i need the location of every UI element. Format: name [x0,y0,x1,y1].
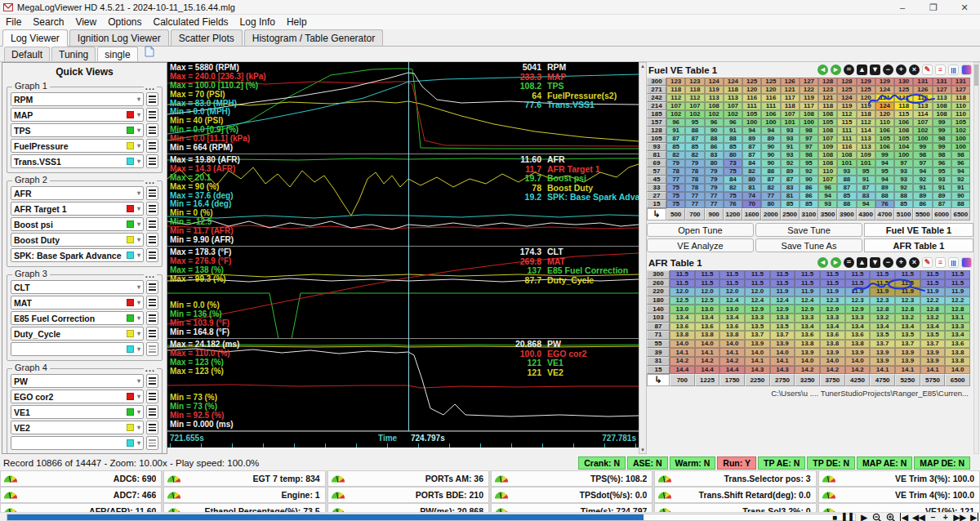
table-cell[interactable]: 97 [894,159,913,167]
table-cell[interactable]: 75 [724,167,742,176]
field-options-icon[interactable] [146,123,158,137]
table-cell[interactable]: 87 [742,151,761,159]
menu-view[interactable]: View [69,16,102,29]
table-cell[interactable]: 11.5 [670,270,695,279]
table-cell[interactable]: 121 [875,94,894,102]
table-cell[interactable]: 93 [894,176,913,184]
table-cell[interactable]: 80 [742,176,761,184]
table-cell[interactable]: 124 [875,102,894,110]
table-cell[interactable]: 83 [781,184,800,192]
field-select-duty-cycle[interactable]: Duty_Cycle▾ [11,327,144,341]
field-select-boost-psi[interactable]: Boost psi▾ [11,217,144,231]
table-cell[interactable]: 14.2 [820,366,845,375]
table-cell[interactable]: 79 [685,159,704,167]
table-cell[interactable]: 11.5 [745,279,770,288]
table-cell[interactable]: 88 [837,176,856,184]
table-cell[interactable]: 113 [705,94,724,102]
table-cell[interactable]: 90 [761,159,780,167]
table-cell[interactable]: 100 [951,143,970,151]
table-cell[interactable]: 92 [913,176,932,184]
field-options-icon[interactable] [146,202,158,216]
table-cell[interactable]: 123 [685,78,704,86]
table-cell[interactable]: 109 [857,151,875,159]
play-icon[interactable]: ▶ [860,513,868,521]
table-cell[interactable]: 127 [800,78,818,86]
graph-3[interactable]: Max = 178.3 (°F)Max = 276.9 (°F)Max = 13… [167,247,639,339]
table-cell[interactable]: 81 [781,192,800,200]
table-cell[interactable]: 101 [837,159,856,167]
table-cell[interactable]: 118 [781,102,800,110]
table-cell[interactable]: 13.5 [770,323,795,332]
table-cell[interactable]: 12.8 [895,305,920,314]
table-cell[interactable]: 13.9 [920,357,946,366]
table-cell[interactable]: 125 [761,78,780,86]
log-graph-area[interactable]: Max = 5880 (RPM)Max = 240.0 [236.3] (kPa… [167,62,639,448]
field-options-icon[interactable] [146,327,158,341]
table-cell[interactable]: 13.6 [795,331,820,340]
table-cell[interactable]: 12.4 [719,296,745,305]
table-cell[interactable]: 13.3 [745,314,770,323]
field-select-e85-fuel-correction[interactable]: E85 Fuel Correction▾ [11,311,144,325]
table-cell[interactable]: 124 [705,78,724,86]
table-cell[interactable]: 91 [933,184,951,192]
table-cell[interactable]: 13.4 [870,323,895,332]
table-cell[interactable]: 118 [894,102,913,110]
equalize-icon[interactable]: = [844,65,854,75]
field-options-icon[interactable] [146,154,158,168]
table-cell[interactable]: 107 [781,110,800,118]
table-cell[interactable]: 104 [894,143,913,151]
table-cell[interactable]: 105 [951,118,970,127]
table-cell[interactable]: 13.3 [945,323,970,332]
table-cell[interactable]: 13.6 [945,340,970,349]
table-cell[interactable]: 12.9 [745,305,770,314]
table-cell[interactable]: 82 [666,151,685,159]
table-cell[interactable]: 13.7 [895,340,920,349]
table-cell[interactable]: 91 [724,127,742,135]
table-cell[interactable]: 85 [666,143,685,151]
table-cell[interactable]: 90 [800,176,818,184]
field-select-ve2[interactable]: VE2▾ [11,421,144,434]
table-cell[interactable]: 14.4 [695,366,720,375]
table-cell[interactable]: 13.8 [670,331,695,340]
table-cell[interactable]: 11.5 [695,270,720,279]
table-cell[interactable]: 12.0 [745,287,770,296]
table-cell[interactable]: 128 [818,78,837,86]
tab-scatter-plots[interactable]: Scatter Plots [171,29,243,46]
table-cell[interactable]: 90 [761,151,780,159]
table-cell[interactable]: 13.9 [795,348,820,357]
table-cell[interactable]: 129 [875,78,894,86]
field-select-afr[interactable]: AFR▾ [11,186,144,200]
table-cell[interactable]: 93 [894,167,913,176]
table-cell[interactable]: 98 [913,151,932,159]
table-cell[interactable]: 130 [894,78,913,86]
table-cell[interactable]: 14.1 [770,357,795,366]
gauge-cell[interactable]: EGT 7 temp: 834 [163,470,325,487]
table-cell[interactable]: 82 [685,151,704,159]
table-cell[interactable]: 107 [666,102,685,110]
table-cell[interactable]: 91 [913,184,932,192]
table-cell[interactable]: 13.7 [920,340,946,349]
table-cell[interactable]: 12.3 [820,296,845,305]
table-cell[interactable]: 14.2 [695,357,720,366]
table-cell[interactable]: 78 [685,167,704,176]
table-cell[interactable]: 96 [933,159,951,167]
table-cell[interactable]: 85 [781,200,800,208]
table-cell[interactable]: 14.0 [795,357,820,366]
table-cell[interactable]: 13.4 [670,314,695,323]
field-options-icon[interactable] [146,421,158,434]
table-cell[interactable]: 95 [685,118,704,127]
field-select-mat[interactable]: MAT▾ [11,296,144,309]
playback-cursor[interactable] [408,62,409,431]
close-icon[interactable]: × [909,65,920,75]
table-cell[interactable]: 11.5 [745,270,770,279]
menu-file[interactable]: File [0,16,27,29]
table-cell[interactable]: 107 [724,102,742,110]
field-options-icon[interactable] [146,311,158,325]
table-cell[interactable]: 92 [800,167,818,176]
table-cell[interactable]: 94 [875,176,894,184]
table-cell[interactable]: 13.9 [920,348,946,357]
table-cell[interactable]: 131 [951,78,970,86]
pause-icon[interactable]: ▌▌ [843,513,856,521]
field-select-empty[interactable]: ▾ [11,436,144,450]
table-cell[interactable]: 82 [724,184,742,192]
